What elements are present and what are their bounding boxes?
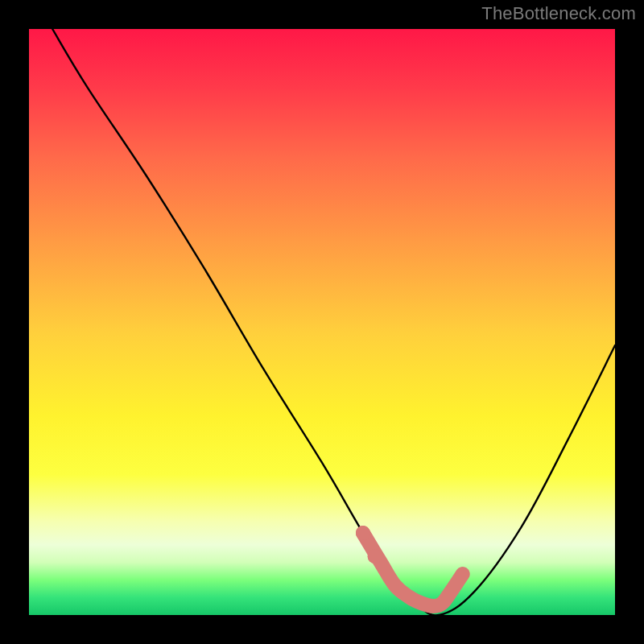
bottleneck-curve [52, 29, 615, 615]
plot-area [29, 29, 615, 615]
highlight-marker [356, 526, 370, 540]
watermark-text: TheBottleneck.com [481, 3, 636, 24]
chart-frame: TheBottleneck.com [0, 0, 644, 644]
highlight-band [363, 533, 463, 606]
highlight-marker [368, 549, 382, 564]
curve-svg [29, 29, 615, 615]
